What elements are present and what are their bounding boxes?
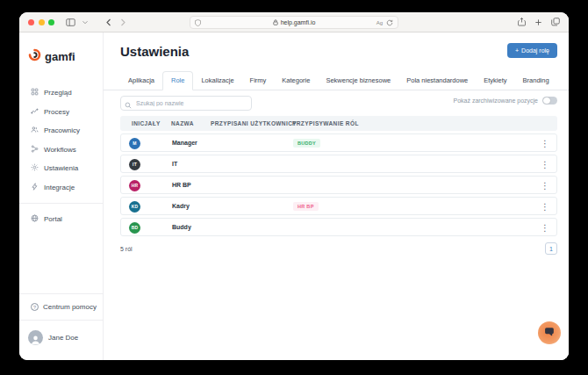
- column-przypisani-uzytkownicy: PRZYPISANI UŻYTKOWNICY: [211, 120, 297, 126]
- archived-toggle-label: Pokaż zarchiwizowane pozycje: [454, 97, 539, 104]
- chat-bubble-icon: [544, 326, 556, 340]
- help-label: Centrum pomocy: [43, 303, 97, 311]
- sidebar-item-procesy[interactable]: Procesy: [19, 103, 103, 122]
- kebab-menu-button[interactable]: ⋮: [537, 220, 553, 235]
- privacy-shield-icon[interactable]: [195, 19, 201, 27]
- kebab-menu-button[interactable]: ⋮: [537, 136, 553, 151]
- role-name: Manager: [172, 140, 197, 146]
- tab-overview-icon[interactable]: [551, 14, 560, 30]
- tab-firmy[interactable]: Firmy: [242, 72, 275, 90]
- close-window-button[interactable]: [28, 19, 34, 25]
- browser-actions-group: [518, 14, 560, 30]
- minimize-window-button[interactable]: [39, 19, 45, 25]
- integrations-icon: [31, 183, 39, 192]
- address-bar[interactable]: help.gamfi.io Ag: [190, 16, 398, 29]
- back-button[interactable]: [105, 18, 112, 26]
- forward-button[interactable]: [119, 18, 126, 26]
- archived-toggle[interactable]: [542, 97, 557, 105]
- sidebar-item-label: Przegląd: [44, 89, 72, 97]
- user-name: Jane Doe: [48, 334, 78, 342]
- logo-text: gamfi: [45, 50, 75, 63]
- sidebar-divider: [19, 203, 103, 204]
- table-row: IT IT ⋮: [120, 155, 557, 173]
- pagination-page-1-button[interactable]: 1: [545, 242, 557, 255]
- employees-icon: [31, 126, 39, 135]
- avatar: KD: [129, 201, 140, 213]
- page-title: Ustawienia: [120, 44, 189, 59]
- table-header: INICJAŁY NAZWA PRZYPISANI UŻYTKOWNICY PR…: [120, 116, 557, 131]
- table-row: M Manager BUDDY ⋮: [120, 133, 557, 152]
- role-tag: HR BP: [293, 202, 319, 211]
- chat-widget-button[interactable]: [538, 321, 561, 344]
- sidebar-item-help[interactable]: ? Centrum pomocy: [19, 293, 103, 320]
- avatar: BD: [129, 222, 140, 234]
- sidebar-toggle-icon[interactable]: [66, 18, 75, 26]
- sidebar-item-portal[interactable]: Portal: [19, 210, 103, 229]
- url-text: help.gamfi.io: [281, 19, 316, 25]
- row-count: 5 ról: [120, 246, 133, 252]
- sidebar-item-label: Integracje: [44, 184, 75, 191]
- table-row: BD Buddy ⋮: [120, 218, 557, 236]
- sidebar-item-label: Ustawienia: [44, 164, 78, 172]
- tab-aplikacja[interactable]: Aplikacja: [120, 72, 162, 90]
- table-row: KD Kadry HR BP ⋮: [120, 197, 557, 215]
- portal-globe-icon: [31, 214, 39, 224]
- role-name: HR BP: [172, 182, 191, 188]
- column-nazwa: NAZWA: [171, 120, 194, 126]
- sidebar-item-przeglad[interactable]: Przegląd: [19, 83, 103, 103]
- settings-tab-bar: Aplikacja Role Lokalizacje Firmy Kategor…: [104, 71, 569, 90]
- table-row: HR HR BP ⋮: [120, 176, 557, 194]
- sidebar-item-label: Workflows: [44, 146, 76, 154]
- workflows-icon: [31, 145, 39, 155]
- help-icon: ?: [31, 303, 39, 311]
- avatar: M: [129, 138, 140, 149]
- sidebar-item-ustawienia[interactable]: Ustawienia: [19, 159, 103, 178]
- sidebar-item-pracownicy[interactable]: Pracownicy: [19, 121, 103, 141]
- kebab-menu-button[interactable]: ⋮: [537, 157, 553, 172]
- user-avatar: [28, 330, 43, 345]
- tab-kategorie[interactable]: Kategorie: [274, 72, 318, 90]
- main-content: Ustawienia + Dodaj rolę Aplikacja Role L…: [104, 32, 569, 360]
- column-przypisywanie-rol: PRZYPISYWANIE RÓL: [292, 120, 359, 126]
- tab-branding[interactable]: Branding: [515, 72, 557, 90]
- search-input[interactable]: [120, 96, 252, 111]
- translate-icon[interactable]: Ag: [376, 20, 383, 25]
- search-box: [120, 93, 252, 108]
- sidebar-item-integracje[interactable]: Integracje: [19, 178, 103, 198]
- sidebar-item-label: Pracownicy: [44, 126, 80, 134]
- share-icon[interactable]: [518, 14, 526, 30]
- tab-etykiety[interactable]: Etykiety: [476, 72, 514, 90]
- chevron-down-icon[interactable]: [82, 20, 88, 25]
- sidebar-item-workflows[interactable]: Workflows: [19, 141, 103, 160]
- user-menu[interactable]: Jane Doe: [19, 320, 103, 360]
- browser-toolbar: help.gamfi.io Ag: [19, 12, 569, 32]
- role-tag: BUDDY: [293, 139, 320, 148]
- add-role-button[interactable]: + Dodaj rolę: [507, 43, 557, 58]
- tab-pola-niestandardowe[interactable]: Pola niestandardowe: [398, 72, 476, 90]
- processes-icon: [31, 107, 39, 117]
- role-name: IT: [172, 161, 177, 167]
- app-sidebar: gamfi Przegląd Procesy Pracownicy Workf: [19, 32, 104, 360]
- search-icon: [125, 97, 132, 112]
- tab-sekwencje-biznesowe[interactable]: Sekwencje biznesowe: [318, 72, 398, 90]
- new-tab-icon[interactable]: [534, 14, 542, 30]
- tab-lokalizacje[interactable]: Lokalizacje: [193, 72, 241, 90]
- column-inicjaly: INICJAŁY: [132, 120, 161, 126]
- zoom-window-button[interactable]: [48, 19, 54, 25]
- role-name: Kadry: [172, 203, 190, 209]
- dashboard-icon: [31, 88, 39, 97]
- kebab-menu-button[interactable]: ⋮: [537, 178, 553, 193]
- kebab-menu-button[interactable]: ⋮: [537, 199, 553, 214]
- add-role-label: Dodaj rolę: [521, 47, 549, 54]
- sidebar-item-label: Procesy: [44, 108, 69, 116]
- tab-role[interactable]: Role: [162, 71, 193, 90]
- logo[interactable]: gamfi: [19, 48, 103, 65]
- browser-window: help.gamfi.io Ag gamfi Przegląd: [19, 12, 569, 360]
- traffic-lights: [28, 19, 54, 25]
- plus-icon: +: [515, 47, 519, 54]
- toggle-knob: [543, 97, 550, 105]
- role-name: Buddy: [172, 224, 191, 230]
- reload-icon[interactable]: [386, 19, 393, 27]
- archived-toggle-group: Pokaż zarchiwizowane pozycje: [454, 97, 558, 105]
- sidebar-item-label: Portal: [44, 215, 62, 223]
